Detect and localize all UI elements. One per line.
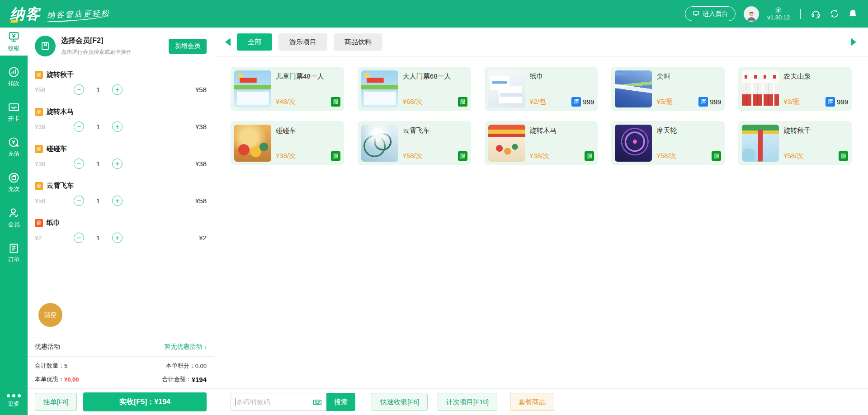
category-tab-2[interactable]: 商品饮料	[334, 33, 382, 51]
member-select-area[interactable]: 选择会员[F2] 点击进行会员搜索或刷卡操作	[61, 36, 163, 56]
bell-icon[interactable]	[848, 9, 858, 19]
increase-qty-button[interactable]: +	[112, 84, 123, 95]
points-value: 0.00	[195, 363, 207, 369]
decrease-qty-button[interactable]: −	[74, 233, 84, 243]
sidebar-item-recount[interactable]: 充次	[0, 168, 28, 196]
product-card[interactable]: 农夫山泉 ¥3/瓶 库 999	[738, 67, 852, 111]
product-card[interactable]: 碰碰车 ¥38/次 服	[231, 121, 344, 165]
service-badge: 服	[458, 97, 467, 107]
increase-qty-button[interactable]: +	[112, 121, 123, 132]
stock-badge: 库	[826, 97, 835, 107]
product-price: ¥68/次	[403, 98, 423, 106]
item-unit-price: ¥58	[35, 86, 74, 93]
promo-value-link[interactable]: 暂无优惠活动 ›	[164, 343, 207, 351]
increase-qty-button[interactable]: +	[112, 233, 123, 243]
sidebar-item-deduct[interactable]: 扣次	[0, 63, 28, 91]
increase-qty-button[interactable]: +	[112, 159, 123, 169]
recharge-times-icon	[8, 172, 20, 184]
member-card-icon[interactable]	[35, 36, 56, 56]
enter-backstage-button[interactable]: 进入后台	[685, 6, 736, 21]
recharge-icon	[8, 136, 20, 149]
member-icon	[8, 207, 20, 219]
sidebar-nav: 收银 扣次 VIP 开卡 充值 充次 会员 订单 更多	[0, 28, 28, 415]
product-card[interactable]: 纸巾 ¥2/包 库 999	[485, 67, 598, 111]
cart-panel: 选择会员[F2] 点击进行会员搜索或刷卡操作 新增会员 服 旋转秋千 ¥58 −…	[28, 28, 214, 415]
product-name: 旋转木马	[530, 126, 594, 135]
monitor-icon	[693, 10, 699, 18]
category-tab-1[interactable]: 游乐项目	[278, 33, 327, 51]
service-badge: 服	[712, 151, 721, 161]
product-price: ¥58/次	[403, 152, 423, 160]
product-image	[234, 70, 271, 107]
cart-action-bar: 挂单[F8] 实收[F5]：¥194	[28, 388, 214, 415]
charge-button[interactable]: 实收[F5]：¥194	[83, 392, 207, 411]
sidebar-item-recharge[interactable]: 充值	[0, 133, 28, 161]
item-qty: 1	[96, 86, 100, 93]
sidebar-item-opencard[interactable]: VIP 开卡	[0, 98, 28, 126]
product-image	[488, 125, 525, 162]
cart-summary: 合计数量：5 本单积分：0.00 本单优惠：¥0.00 合计金额：¥194	[28, 356, 214, 388]
product-price: ¥58/次	[783, 152, 803, 160]
product-card[interactable]: 云霄飞车 ¥58/次 服	[358, 121, 471, 165]
product-name: 纸巾	[530, 72, 594, 81]
decrease-qty-button[interactable]: −	[74, 84, 84, 95]
service-badge: 服	[458, 151, 467, 161]
product-image	[488, 70, 525, 107]
search-button[interactable]: 搜索	[326, 393, 355, 411]
discount-label: 本单优惠：	[35, 375, 64, 383]
sidebar-item-cashier[interactable]: 收银	[0, 28, 28, 56]
add-member-button[interactable]: 新增会员	[169, 39, 207, 54]
product-price: ¥58/次	[656, 152, 676, 160]
product-card[interactable]: 大人门票68一人 ¥68/次 服	[358, 67, 471, 111]
decrease-qty-button[interactable]: −	[74, 159, 84, 169]
text-caret	[236, 398, 236, 406]
category-tab-0[interactable]: 全部	[237, 33, 272, 51]
service-badge: 服	[331, 97, 340, 107]
product-name: 碰碰车	[276, 126, 340, 135]
product-card[interactable]: 摩天轮 ¥58/次 服	[611, 121, 725, 165]
sidebar-item-more[interactable]: 更多	[0, 390, 28, 415]
increase-qty-button[interactable]: +	[112, 196, 123, 206]
product-card[interactable]: 尖叫 ¥5/瓶 库 999	[611, 67, 725, 111]
item-name: 纸巾	[47, 219, 60, 227]
stock-count: 999	[710, 98, 721, 106]
product-name: 大人门票68一人	[403, 72, 467, 81]
tabs-scroll-left-icon[interactable]	[225, 38, 231, 46]
decrease-qty-button[interactable]: −	[74, 121, 84, 132]
item-qty: 1	[96, 123, 100, 131]
chevron-right-icon: ›	[204, 343, 207, 351]
product-image	[742, 125, 779, 162]
product-price: ¥38/次	[530, 152, 550, 160]
points-label: 本单积分：	[166, 362, 195, 370]
sidebar-item-member[interactable]: 会员	[0, 204, 28, 232]
total-qty-label: 合计数量：	[35, 362, 64, 370]
decrease-qty-button[interactable]: −	[74, 196, 84, 206]
item-name: 旋转木马	[47, 107, 74, 116]
product-card[interactable]: 旋转秋千 ¥58/次 服	[738, 121, 852, 165]
member-select-title: 选择会员[F2]	[61, 36, 163, 46]
member-select-header: 选择会员[F2] 点击进行会员搜索或刷卡操作 新增会员	[28, 28, 214, 64]
total-amount-label: 合计金额：	[162, 375, 192, 383]
sync-icon[interactable]	[829, 9, 840, 19]
cart-item: 普 纸巾 ¥2 − 1 + ¥2	[28, 212, 214, 249]
stock-count: 999	[583, 98, 594, 106]
count-item-button[interactable]: 计次项目[F10]	[438, 393, 497, 411]
tabs-scroll-right-icon[interactable]	[851, 38, 856, 46]
stock-count: 999	[837, 98, 848, 106]
combo-product-button[interactable]: 套餐商品	[510, 393, 554, 411]
clear-cart-button[interactable]: 清空	[38, 303, 62, 327]
more-dots-icon	[7, 394, 21, 397]
product-price: ¥38/次	[276, 152, 296, 160]
sidebar-item-orders[interactable]: 订单	[0, 239, 28, 267]
app-version: v1.30.12	[767, 14, 790, 21]
product-card[interactable]: 儿童门票48一人 ¥48/次 服	[231, 67, 344, 111]
hold-order-button[interactable]: 挂单[F8]	[35, 393, 77, 411]
user-avatar[interactable]	[744, 6, 759, 22]
product-card[interactable]: 旋转木马 ¥38/次 服	[485, 121, 598, 165]
quick-cashier-button[interactable]: 快速收银[F6]	[372, 393, 428, 411]
app-slogan: 纳客管店更轻松	[47, 8, 111, 22]
keyboard-icon[interactable]	[312, 397, 322, 407]
stock-badge: 库	[698, 97, 708, 107]
customer-service-headset-icon[interactable]	[811, 9, 821, 19]
product-name: 儿童门票48一人	[276, 72, 340, 81]
